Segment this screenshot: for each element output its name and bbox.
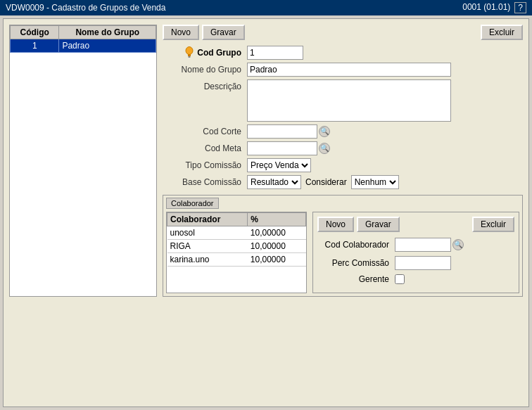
cod-corte-search-icon[interactable]: 🔍 <box>319 126 330 137</box>
col-nome-grupo: Nome do Grupo <box>59 26 156 39</box>
nome-grupo-input[interactable] <box>247 63 451 77</box>
lamp-icon <box>184 46 194 59</box>
main-content: Código Nome do Grupo 1Padrao Novo Gravar… <box>3 18 529 407</box>
col-novo-button[interactable]: Novo <box>317 217 354 232</box>
cod-meta-search-icon[interactable]: 🔍 <box>319 143 330 154</box>
gerente-label: Gerente <box>317 274 395 284</box>
svg-rect-1 <box>188 54 191 56</box>
cod-colaborador-label: Cod Colaborador <box>317 240 395 250</box>
colaborador-form: Novo Gravar Excluir Cod Colaborador 🔍 Pe… <box>312 212 519 293</box>
perc-comissao-input[interactable] <box>395 256 451 270</box>
nome-grupo-label: Nome do Grupo <box>163 65 247 75</box>
cod-meta-input[interactable] <box>247 141 317 155</box>
col-codigo: Código <box>11 26 59 39</box>
gerente-checkbox[interactable] <box>395 274 405 284</box>
base-comissao-select[interactable]: ResultadoBrutoLiquido <box>247 175 301 189</box>
tipo-comissao-select[interactable]: Preço VendaCustoMargem <box>247 158 311 172</box>
base-comissao-label: Base Comissão <box>163 177 247 187</box>
info-label: 0001 (01.01) <box>462 2 510 13</box>
col-excluir-button[interactable]: Excluir <box>472 217 514 232</box>
considerar-label: Considerar <box>305 177 347 187</box>
col-percent: % <box>248 213 306 226</box>
tipo-comissao-label: Tipo Comissão <box>163 160 247 170</box>
cod-grupo-label: Cod Grupo <box>197 48 241 58</box>
svg-point-0 <box>186 47 193 55</box>
svg-rect-3 <box>189 57 191 58</box>
cod-grupo-input[interactable] <box>247 46 303 60</box>
considerar-select[interactable]: NenhumTodosParcial <box>351 175 399 189</box>
title-bar: VDW0009 - Cadastro de Grupos de Venda 00… <box>0 0 532 15</box>
colaborador-title: Colaborador <box>166 198 219 209</box>
svg-rect-2 <box>189 56 191 57</box>
descricao-input[interactable] <box>247 79 451 122</box>
window-title: VDW0009 - Cadastro de Grupos de Venda <box>6 3 165 13</box>
cod-colaborador-search-icon[interactable]: 🔍 <box>452 239 464 250</box>
colaborador-list-row[interactable]: karina.uno10,00000 <box>167 253 306 267</box>
cod-corte-label: Cod Corte <box>163 127 247 136</box>
cod-colaborador-input[interactable] <box>395 238 451 252</box>
cod-meta-label: Cod Meta <box>163 143 247 153</box>
group-list-row[interactable]: 1Padrao <box>11 39 156 53</box>
group-list-panel: Código Nome do Grupo 1Padrao <box>9 25 157 297</box>
novo-button[interactable]: Novo <box>163 25 199 40</box>
descricao-label: Descrição <box>163 79 247 91</box>
col-colaborador: Colaborador <box>167 213 248 226</box>
colaborador-list-row[interactable]: RIGA10,00000 <box>167 240 306 253</box>
colaborador-list-row[interactable]: unosol10,00000 <box>167 226 306 240</box>
perc-comissao-label: Perc Comissão <box>317 258 395 268</box>
cod-corte-input[interactable] <box>247 124 317 139</box>
colaborador-list-panel: Colaborador % unosol10,00000RIGA10,00000… <box>166 212 307 293</box>
excluir-button[interactable]: Excluir <box>481 25 523 40</box>
colaborador-section: Colaborador Colaborador % u <box>163 195 523 297</box>
help-button[interactable]: ? <box>514 2 526 13</box>
form-panel: Novo Gravar Excluir Cod Grupo <box>163 25 523 297</box>
col-gravar-button[interactable]: Gravar <box>357 217 400 232</box>
gravar-button[interactable]: Gravar <box>202 25 245 40</box>
